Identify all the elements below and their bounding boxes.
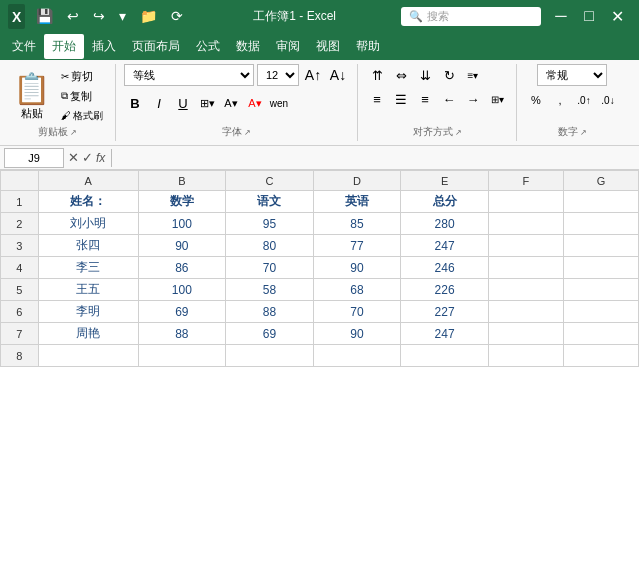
cell-6-3[interactable]: 88 — [226, 301, 314, 323]
menu-insert[interactable]: 插入 — [84, 34, 124, 59]
formula-cancel-icon[interactable]: ✕ — [68, 150, 79, 165]
cell-7-5[interactable]: 247 — [401, 323, 489, 345]
number-format-select[interactable]: 常规 — [537, 64, 607, 86]
increase-decimal-button[interactable]: .0↑ — [573, 89, 595, 111]
text-direction-button[interactable]: ↻ — [438, 64, 460, 86]
align-top-button[interactable]: ⇈ — [366, 64, 388, 86]
formula-input[interactable] — [118, 148, 635, 168]
menu-home[interactable]: 开始 — [44, 34, 84, 59]
cell-1-4[interactable]: 英语 — [313, 191, 401, 213]
cell-6-6[interactable] — [488, 301, 563, 323]
cell-8-3[interactable] — [226, 345, 314, 367]
clipboard-expand-icon[interactable]: ↗ — [70, 128, 77, 137]
col-header-B[interactable]: B — [138, 171, 226, 191]
row-header-2[interactable]: 2 — [1, 213, 39, 235]
align-middle-button[interactable]: ⇔ — [390, 64, 412, 86]
cell-4-4[interactable]: 90 — [313, 257, 401, 279]
cell-2-1[interactable]: 刘小明 — [38, 213, 138, 235]
row-header-7[interactable]: 7 — [1, 323, 39, 345]
open-button[interactable]: 📁 — [135, 6, 162, 26]
cell-3-2[interactable]: 90 — [138, 235, 226, 257]
cell-8-1[interactable] — [38, 345, 138, 367]
cell-5-1[interactable]: 王五 — [38, 279, 138, 301]
merge-button[interactable]: ⊞▾ — [486, 88, 508, 110]
decrease-font-button[interactable]: A↓ — [327, 64, 349, 86]
row-header-4[interactable]: 4 — [1, 257, 39, 279]
menu-review[interactable]: 审阅 — [268, 34, 308, 59]
cell-4-1[interactable]: 李三 — [38, 257, 138, 279]
cell-8-7[interactable] — [563, 345, 638, 367]
align-bottom-button[interactable]: ⇊ — [414, 64, 436, 86]
format-painter-button[interactable]: 🖌 格式刷 — [57, 107, 107, 125]
close-button[interactable]: ✕ — [603, 2, 631, 30]
menu-formulas[interactable]: 公式 — [188, 34, 228, 59]
border-button[interactable]: ⊞▾ — [196, 92, 218, 114]
cell-5-3[interactable]: 58 — [226, 279, 314, 301]
cell-7-6[interactable] — [488, 323, 563, 345]
cut-button[interactable]: ✂ 剪切 — [57, 67, 107, 86]
row-header-6[interactable]: 6 — [1, 301, 39, 323]
italic-button[interactable]: I — [148, 92, 170, 114]
menu-view[interactable]: 视图 — [308, 34, 348, 59]
cell-8-4[interactable] — [313, 345, 401, 367]
menu-help[interactable]: 帮助 — [348, 34, 388, 59]
underline-button[interactable]: U — [172, 92, 194, 114]
cell-3-7[interactable] — [563, 235, 638, 257]
row-header-3[interactable]: 3 — [1, 235, 39, 257]
align-left-button[interactable]: ≡ — [366, 88, 388, 110]
cell-5-2[interactable]: 100 — [138, 279, 226, 301]
autosave-button[interactable]: ⟳ — [166, 6, 188, 26]
cell-2-2[interactable]: 100 — [138, 213, 226, 235]
cell-3-3[interactable]: 80 — [226, 235, 314, 257]
redo-button[interactable]: ↪ — [88, 6, 110, 26]
fill-color-button[interactable]: A▾ — [220, 92, 242, 114]
cell-1-5[interactable]: 总分 — [401, 191, 489, 213]
cell-8-5[interactable] — [401, 345, 489, 367]
paste-button[interactable]: 📋 粘贴 — [8, 68, 55, 124]
col-header-D[interactable]: D — [313, 171, 401, 191]
font-name-select[interactable]: 等线 — [124, 64, 254, 86]
cell-7-3[interactable]: 69 — [226, 323, 314, 345]
cell-7-4[interactable]: 90 — [313, 323, 401, 345]
cell-4-7[interactable] — [563, 257, 638, 279]
cell-5-7[interactable] — [563, 279, 638, 301]
cell-7-1[interactable]: 周艳 — [38, 323, 138, 345]
cell-6-2[interactable]: 69 — [138, 301, 226, 323]
row-header-8[interactable]: 8 — [1, 345, 39, 367]
minimize-button[interactable]: ─ — [547, 2, 575, 30]
menu-file[interactable]: 文件 — [4, 34, 44, 59]
cell-2-7[interactable] — [563, 213, 638, 235]
copy-button[interactable]: ⧉ 复制 — [57, 87, 107, 106]
cell-5-5[interactable]: 226 — [401, 279, 489, 301]
font-expand-icon[interactable]: ↗ — [244, 128, 251, 137]
cell-5-4[interactable]: 68 — [313, 279, 401, 301]
cell-3-6[interactable] — [488, 235, 563, 257]
cell-4-6[interactable] — [488, 257, 563, 279]
decrease-decimal-button[interactable]: .0↓ — [597, 89, 619, 111]
menu-data[interactable]: 数据 — [228, 34, 268, 59]
cell-reference-input[interactable] — [4, 148, 64, 168]
cell-2-3[interactable]: 95 — [226, 213, 314, 235]
cell-1-7[interactable] — [563, 191, 638, 213]
col-header-G[interactable]: G — [563, 171, 638, 191]
align-right-button[interactable]: ≡ — [414, 88, 436, 110]
cell-5-6[interactable] — [488, 279, 563, 301]
undo-button[interactable]: ↩ — [62, 6, 84, 26]
cell-3-4[interactable]: 77 — [313, 235, 401, 257]
search-box[interactable]: 🔍 搜索 — [401, 7, 541, 26]
menu-page-layout[interactable]: 页面布局 — [124, 34, 188, 59]
cell-2-6[interactable] — [488, 213, 563, 235]
cell-1-2[interactable]: 数学 — [138, 191, 226, 213]
cell-8-2[interactable] — [138, 345, 226, 367]
increase-font-button[interactable]: A↑ — [302, 64, 324, 86]
col-header-E[interactable]: E — [401, 171, 489, 191]
cell-3-1[interactable]: 张四 — [38, 235, 138, 257]
col-header-A[interactable]: A — [38, 171, 138, 191]
cell-1-3[interactable]: 语文 — [226, 191, 314, 213]
bold-button[interactable]: B — [124, 92, 146, 114]
cell-1-1[interactable]: 姓名： — [38, 191, 138, 213]
cell-8-6[interactable] — [488, 345, 563, 367]
formula-fx-icon[interactable]: fx — [96, 151, 105, 165]
cell-3-5[interactable]: 247 — [401, 235, 489, 257]
maximize-button[interactable]: □ — [575, 2, 603, 30]
